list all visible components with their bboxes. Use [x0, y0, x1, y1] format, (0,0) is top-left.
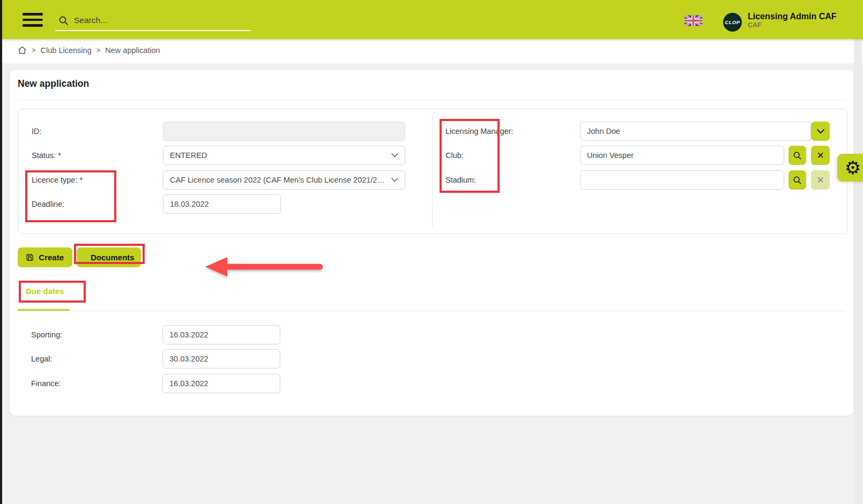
breadcrumb: > Club Licensing > New application [18, 46, 160, 55]
licensing-manager-input[interactable] [587, 127, 804, 136]
chevron-down-icon [817, 129, 824, 134]
header-search [55, 11, 251, 31]
search-icon [793, 176, 802, 185]
stadium-search-button[interactable] [788, 170, 806, 190]
club-clear-button[interactable]: ✕ [811, 146, 830, 165]
club-field[interactable] [580, 146, 784, 165]
finance-date-field[interactable] [162, 374, 280, 393]
deadline-input[interactable] [170, 200, 274, 208]
status-label: Status: * [32, 151, 61, 160]
sporting-label: Sporting: [31, 330, 154, 339]
create-button[interactable]: Create [18, 247, 72, 267]
club-input[interactable] [587, 151, 777, 160]
stadium-label: Stadium: [445, 176, 476, 184]
hamburger-menu-icon[interactable] [23, 13, 43, 27]
chevron-down-icon [391, 178, 398, 182]
language-flag-icon[interactable] [685, 15, 702, 26]
deadline-label: Deadline: [32, 200, 64, 208]
save-icon [26, 253, 33, 262]
app-logo-text: CLOP [725, 19, 740, 25]
club-label: Club: [445, 151, 464, 160]
breadcrumb-bar: > Club Licensing > New application [0, 39, 863, 63]
title-separator [18, 100, 845, 100]
tab-bar-line [18, 311, 845, 311]
legal-label: Legal: [31, 355, 154, 363]
licence-type-label: Licence type: * [32, 176, 83, 184]
licence-type-select[interactable]: CAF Licence season 2022 (CAF Men's Club … [163, 170, 405, 190]
legal-date-field[interactable] [162, 349, 280, 368]
status-value: ENTERED [170, 151, 207, 160]
finance-date-input[interactable] [169, 379, 273, 388]
documents-button[interactable]: Documents [77, 247, 141, 267]
user-info[interactable]: Licensing Admin CAF CAF [748, 11, 837, 29]
gear-icon: ⚙ [845, 159, 861, 177]
breadcrumb-separator: > [32, 46, 36, 54]
page-title: New application [18, 78, 89, 89]
window-left-edge [0, 0, 2, 504]
id-field [163, 122, 405, 141]
stadium-field[interactable] [580, 170, 784, 190]
settings-gear-button[interactable]: ⚙ [837, 154, 863, 182]
create-button-label: Create [39, 253, 64, 262]
chevron-down-icon [391, 153, 398, 157]
id-input [170, 127, 398, 136]
breadcrumb-separator: > [96, 46, 101, 54]
licensing-manager-label: Licensing Manager: [445, 127, 514, 136]
search-icon [58, 16, 69, 26]
app-logo[interactable]: CLOP [723, 13, 742, 32]
scrollbar-track[interactable] [854, 39, 862, 504]
deadline-field[interactable] [163, 194, 281, 214]
breadcrumb-current: New application [105, 46, 160, 55]
club-search-button[interactable] [788, 146, 806, 165]
home-icon[interactable] [18, 46, 27, 55]
user-org: CAF [748, 21, 837, 29]
status-select[interactable]: ENTERED [163, 146, 405, 165]
licensing-manager-dropdown-button[interactable] [811, 122, 830, 141]
tab-due-dates[interactable]: Due dates [26, 287, 64, 296]
application-form-panel: ID: Status: * ENTERED Licence type: * CA… [18, 109, 847, 234]
main-card: New application ID: Status: * ENTERED Li… [10, 70, 853, 416]
sporting-date-field[interactable] [162, 325, 280, 344]
sporting-date-input[interactable] [169, 330, 273, 339]
finance-label: Finance: [31, 379, 154, 388]
licensing-manager-field[interactable] [580, 122, 811, 141]
close-icon: ✕ [816, 150, 824, 161]
legal-date-input[interactable] [169, 355, 273, 363]
licence-type-value: CAF Licence season 2022 (CAF Men's Club … [170, 176, 387, 184]
user-name: Licensing Admin CAF [748, 11, 837, 21]
stadium-input[interactable] [587, 176, 777, 184]
close-icon: ✕ [816, 175, 824, 186]
id-label: ID: [32, 127, 42, 136]
documents-button-label: Documents [91, 253, 135, 262]
form-column-divider [432, 116, 433, 227]
search-icon [793, 151, 802, 160]
stadium-clear-button-disabled: ✕ [811, 170, 830, 190]
search-input[interactable] [74, 16, 235, 25]
app-root: CLOP Licensing Admin CAF CAF > Club Lice… [0, 0, 863, 504]
top-header: CLOP Licensing Admin CAF CAF [0, 0, 863, 39]
breadcrumb-club-licensing[interactable]: Club Licensing [41, 46, 92, 55]
